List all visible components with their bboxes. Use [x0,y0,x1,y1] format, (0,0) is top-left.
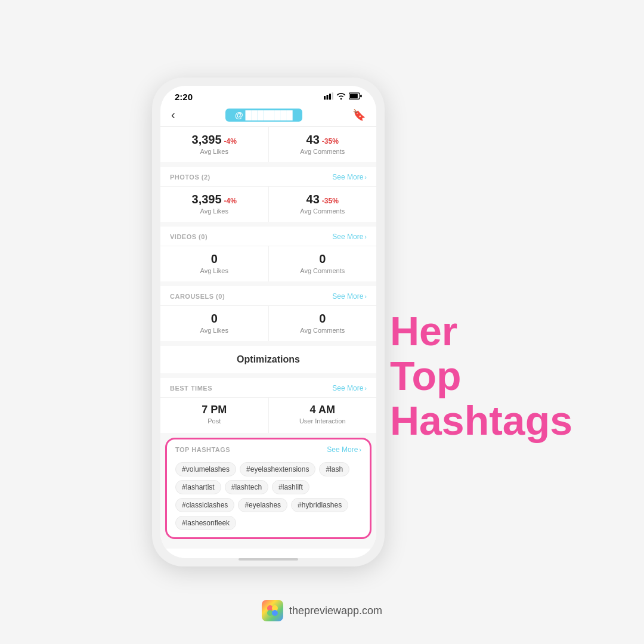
videos-section: VIDEOS (0) See More › 0 Avg Likes [160,227,376,281]
best-times-see-more-label: See More [332,384,363,392]
photos-stats-row: 3,395 -4% Avg Likes 43 -35% Avg Comments [160,186,376,222]
svg-rect-1 [327,95,329,100]
hashtag-tag[interactable]: #lashlift [272,480,309,494]
photos-see-more[interactable]: See More › [332,173,367,181]
carousels-see-more-chevron: › [364,293,367,300]
photos-avg-likes-cell: 3,395 -4% Avg Likes [160,187,269,222]
carousels-avg-comments-label: Avg Comments [300,327,345,334]
top-avg-comments-change: -35% [322,137,339,145]
phone-inner: 2:20 [160,86,376,558]
videos-section-header: VIDEOS (0) See More › [160,227,376,246]
top-hashtags-section: TOP HASHTAGS See More › #volumelashes #e… [165,438,371,539]
wifi-icon [336,92,346,101]
hashtags-section-title: TOP HASHTAGS [175,446,230,453]
interaction-time-cell: 4 AM User Interaction [269,398,377,433]
right-title-line1: Her [390,309,457,354]
videos-see-more-label: See More [332,233,363,241]
page-wrapper: 2:20 [0,0,644,644]
interaction-time-label: User Interaction [299,417,346,425]
photos-section-header: PHOTOS (2) See More › [160,167,376,186]
carousels-section-header: CAROUSELS (0) See More › [160,286,376,305]
status-bar: 2:20 [160,86,376,104]
hashtags-see-more[interactable]: See More › [327,445,361,454]
hashtag-tags-container: #volumelashes #eyelashextensions #lash #… [167,459,370,537]
top-avg-likes-cell: 3,395 -4% Avg Likes [160,127,269,162]
photos-section-title: PHOTOS (2) [170,174,210,181]
optimizations-section: Optimizations [160,346,376,373]
post-time-cell: 7 PM Post [160,398,269,433]
top-avg-likes-change: -4% [224,137,237,145]
hashtag-tag[interactable]: #eyelashes [238,498,287,512]
carousels-avg-comments-value: 0 [319,312,326,326]
best-times-title: BEST TIMES [170,385,212,392]
videos-avg-comments-label: Avg Comments [300,267,345,274]
bottom-padding [160,544,376,549]
videos-avg-comments-cell: 0 Avg Comments [269,246,377,281]
username-tag: @ ████████ [225,109,302,122]
svg-rect-2 [329,94,331,100]
top-avg-comments-label: Avg Comments [300,148,345,155]
videos-avg-likes-cell: 0 Avg Likes [160,246,269,281]
top-stats-row: 3,395 -4% Avg Likes 43 -35% Avg Comments [160,127,376,162]
brand-logo [262,600,283,621]
carousels-stats-row: 0 Avg Likes 0 Avg Comments [160,305,376,341]
videos-avg-comments-value: 0 [319,252,326,266]
hashtag-tag[interactable]: #lashtech [225,480,268,494]
photos-avg-comments-cell: 43 -35% Avg Comments [269,187,377,222]
hashtag-tag[interactable]: #lash [319,462,349,476]
hashtag-tag[interactable]: #eyelashextensions [240,462,315,476]
hashtag-tag[interactable]: #volumelashes [175,462,236,476]
videos-stats-row: 0 Avg Likes 0 Avg Comments [160,246,376,281]
videos-avg-likes-value: 0 [211,252,218,266]
hashtag-tag[interactable]: #lashesonfleek [175,516,236,530]
videos-avg-likes-label: Avg Likes [200,267,229,274]
videos-see-more[interactable]: See More › [332,233,367,241]
photos-section: PHOTOS (2) See More › 3,395 -4% Avg [160,167,376,222]
best-times-section: BEST TIMES See More › 7 PM Post 4 AM [160,378,376,433]
svg-point-10 [272,610,278,616]
best-times-stats-row: 7 PM Post 4 AM User Interaction [160,397,376,433]
photos-see-more-label: See More [332,173,363,181]
photos-avg-comments-value: 43 [306,193,320,206]
optimizations-title: Optimizations [237,354,300,364]
svg-rect-0 [324,96,326,100]
brand-website: thepreviewapp.com [289,605,382,617]
carousels-section: CAROUSELS (0) See More › 0 Avg Likes [160,286,376,341]
videos-see-more-chevron: › [364,233,367,240]
best-times-see-more-chevron: › [364,385,367,392]
right-text-block: Her Top Hashtags [390,309,572,442]
carousels-avg-likes-value: 0 [211,312,218,326]
bookmark-icon[interactable]: 🔖 [352,109,366,122]
hashtag-tag[interactable]: #hybridlashes [291,498,348,512]
carousels-avg-comments-cell: 0 Avg Comments [269,306,377,341]
photos-see-more-chevron: › [364,174,367,181]
carousels-see-more[interactable]: See More › [332,292,367,301]
phone-shell: 2:20 [152,78,385,566]
svg-rect-3 [332,92,334,100]
best-times-see-more[interactable]: See More › [332,384,367,392]
back-button[interactable]: ‹ [171,108,175,122]
hashtag-tag[interactable]: #classiclashes [175,498,234,512]
status-icons [324,92,362,101]
hashtag-tag[interactable]: #lashartist [175,480,221,494]
photos-avg-likes-change: -4% [224,197,237,205]
hashtags-header: TOP HASHTAGS See More › [167,439,370,459]
top-avg-comments-cell: 43 -35% Avg Comments [269,127,377,162]
svg-rect-5 [350,94,358,98]
post-time-value: 7 PM [202,404,227,416]
photos-avg-likes-value: 3,395 [192,193,222,206]
battery-icon [349,92,362,101]
videos-section-title: VIDEOS (0) [170,233,208,240]
photos-avg-comments-change: -35% [322,197,339,205]
carousels-see-more-label: See More [332,292,363,301]
carousels-avg-likes-cell: 0 Avg Likes [160,306,269,341]
hashtags-see-more-chevron: › [359,446,361,453]
nav-bar: ‹ @ ████████ 🔖 [160,104,376,127]
carousels-avg-likes-label: Avg Likes [200,327,229,334]
home-indicator-bar [160,549,376,558]
right-title-line3: Hashtags [390,398,572,442]
carousels-section-title: CAROUSELS (0) [170,293,225,300]
photos-avg-comments-label: Avg Comments [300,208,345,215]
hashtags-see-more-label: See More [327,445,358,454]
top-avg-likes-label: Avg Likes [200,148,229,155]
